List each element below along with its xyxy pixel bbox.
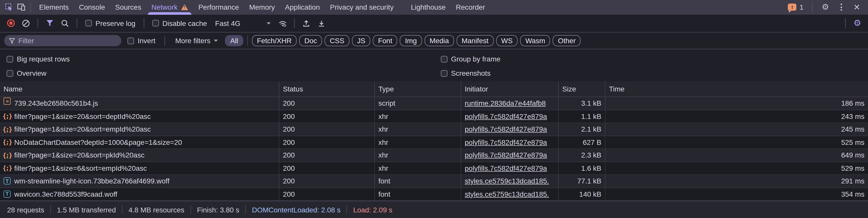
record-icon: [6, 19, 15, 28]
invert-checkbox[interactable]: [127, 37, 134, 44]
request-type: font: [375, 175, 461, 187]
table-row[interactable]: {;}filter?page=1&size=6&sort=empId%20asc…: [0, 162, 868, 175]
filter-pill-js[interactable]: JS: [352, 35, 371, 46]
tab-memory[interactable]: Memory: [244, 0, 280, 14]
initiator-link[interactable]: polyfills.7c582df427e879a: [465, 138, 547, 146]
initiator-link[interactable]: styles.ce5759c13dcad185.: [465, 177, 549, 185]
filter-pill-font[interactable]: Font: [373, 35, 397, 46]
requests-count: 28 requests: [7, 206, 44, 214]
table-row[interactable]: {;}filter?page=1&size=20&sort=pkId%20asc…: [0, 149, 868, 162]
overview-toggle[interactable]: Overview: [4, 69, 50, 77]
filter-pill-css[interactable]: CSS: [324, 35, 349, 46]
request-size: 627 B: [559, 136, 606, 148]
export-har-button[interactable]: [315, 17, 328, 29]
column-header-status[interactable]: Status: [279, 81, 375, 97]
disable-cache-checkbox[interactable]: [152, 20, 159, 27]
big-request-rows-toggle[interactable]: Big request rows: [4, 55, 73, 63]
filter-pill-manifest[interactable]: Manifest: [457, 35, 494, 46]
group-by-frame-toggle[interactable]: Group by frame: [438, 55, 504, 63]
network-view-options: Big request rows Group by frame Overview…: [0, 49, 868, 81]
gear-icon: ⚙: [822, 3, 829, 11]
tab-recorder[interactable]: Recorder: [451, 0, 490, 14]
table-row[interactable]: Twavicon.3ec788d553f9caad.woff 200 font …: [0, 188, 868, 201]
request-status: 200: [279, 123, 375, 135]
big-request-rows-label: Big request rows: [17, 55, 70, 63]
initiator-link[interactable]: polyfills.7c582df427e879a: [465, 112, 547, 120]
device-toolbar-button[interactable]: [15, 1, 27, 13]
clear-network-log-button[interactable]: [19, 17, 32, 29]
screenshots-checkbox[interactable]: [441, 70, 447, 76]
column-header-type[interactable]: Type: [375, 81, 461, 97]
filter-pill-fetch-xhr[interactable]: Fetch/XHR: [252, 35, 297, 46]
tab-lighthouse[interactable]: Lighthouse: [406, 0, 451, 14]
request-type-filters: All Fetch/XHR Doc CSS JS Font Img Media …: [225, 35, 581, 46]
initiator-link[interactable]: runtime.2836da7e44fafb8: [465, 99, 546, 107]
big-request-rows-checkbox[interactable]: [7, 56, 13, 62]
inspect-element-button[interactable]: [3, 1, 15, 13]
request-time: 529 ms: [606, 162, 868, 174]
filter-pill-wasm[interactable]: Wasm: [520, 35, 550, 46]
search-button[interactable]: [58, 17, 72, 29]
tab-performance[interactable]: Performance: [193, 0, 244, 14]
table-row[interactable]: {;}filter?page=1&size=20&sort=deptId%20a…: [0, 110, 868, 123]
request-size: 1.1 kB: [559, 110, 606, 122]
table-row[interactable]: {;}filter?page=1&size=20&sort=empId%20as…: [0, 123, 868, 136]
filter-pill-img[interactable]: Img: [400, 35, 422, 46]
tab-elements[interactable]: Elements: [34, 0, 74, 14]
column-header-time[interactable]: Time: [606, 81, 868, 97]
request-type: xhr: [375, 162, 461, 174]
request-time: 354 ms: [606, 188, 868, 200]
network-settings-button[interactable]: ⚙: [851, 17, 864, 29]
request-status: 200: [279, 136, 375, 148]
group-by-frame-checkbox[interactable]: [441, 56, 447, 62]
overview-checkbox[interactable]: [7, 70, 13, 76]
filter-pill-other[interactable]: Other: [553, 35, 581, 46]
request-name: filter?page=1&size=20&sort=pkId%20asc: [14, 151, 145, 159]
screenshots-toggle[interactable]: Screenshots: [438, 69, 494, 77]
tab-network[interactable]: Network !: [146, 0, 193, 14]
request-type: xhr: [375, 110, 461, 122]
screenshots-label: Screenshots: [451, 69, 491, 77]
column-header-size[interactable]: Size: [559, 81, 606, 97]
column-header-initiator[interactable]: Initiator: [461, 81, 559, 97]
filter-input[interactable]: [18, 37, 116, 45]
preserve-log-toggle[interactable]: Preserve log: [82, 19, 138, 27]
issues-button[interactable]: ! 1: [786, 3, 806, 11]
request-status: 200: [279, 162, 375, 174]
initiator-link[interactable]: polyfills.7c582df427e879a: [465, 164, 547, 172]
throttling-select[interactable]: Fast 4G: [212, 19, 274, 27]
tab-sources[interactable]: Sources: [110, 0, 146, 14]
request-type: xhr: [375, 149, 461, 161]
request-status: 200: [279, 110, 375, 122]
table-row[interactable]: Twm-streamline-light-icon.73bbe2a766af46…: [0, 175, 868, 188]
more-filters-label: More filters: [175, 37, 210, 45]
network-conditions-button[interactable]: [276, 17, 289, 29]
filter-pill-all[interactable]: All: [225, 35, 243, 46]
table-row[interactable]: {;}NoDataChartDataset?deptId=1000&page=1…: [0, 136, 868, 149]
more-options-button[interactable]: [835, 1, 847, 13]
initiator-link[interactable]: polyfills.7c582df427e879a: [465, 151, 547, 159]
xhr-file-icon: {;}: [4, 113, 11, 120]
disable-cache-toggle[interactable]: Disable cache: [149, 19, 210, 27]
filter-pill-ws[interactable]: WS: [496, 35, 518, 46]
settings-button[interactable]: ⚙: [819, 1, 831, 13]
record-network-log-button[interactable]: [4, 17, 17, 29]
close-devtools-button[interactable]: ×: [851, 1, 863, 13]
request-size: 140 kB: [559, 188, 606, 200]
tab-application[interactable]: Application: [280, 0, 325, 14]
column-header-name[interactable]: Name: [0, 81, 279, 97]
import-har-button[interactable]: [300, 17, 313, 29]
tab-console[interactable]: Console: [74, 0, 110, 14]
initiator-link[interactable]: polyfills.7c582df427e879a: [465, 125, 547, 133]
filter-pill-doc[interactable]: Doc: [300, 35, 322, 46]
initiator-link[interactable]: styles.ce5759c13dcad185.: [465, 190, 549, 198]
filter-toggle-button[interactable]: [43, 17, 56, 29]
preserve-log-checkbox[interactable]: [85, 20, 92, 27]
more-filters-dropdown[interactable]: More filters: [171, 37, 222, 45]
invert-toggle[interactable]: Invert: [124, 37, 158, 45]
request-time: 649 ms: [606, 149, 868, 161]
filter-pill-media[interactable]: Media: [424, 35, 454, 46]
tab-privacy-and-security[interactable]: Privacy and security: [325, 0, 399, 14]
wifi-gear-icon: [278, 19, 287, 27]
table-row[interactable]: ‹›739.243eb26580c561b4.js 200 script run…: [0, 97, 868, 110]
